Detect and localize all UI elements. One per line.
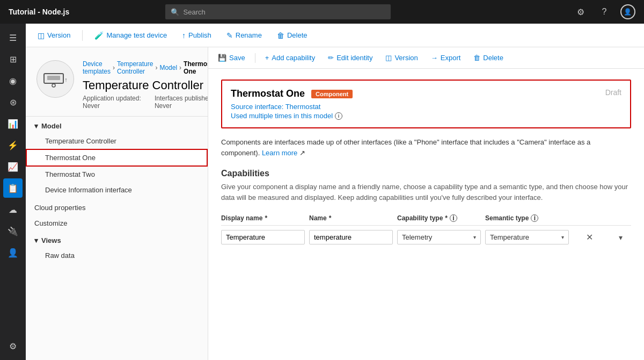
version-button[interactable]: ◫ Version [34,29,74,42]
capabilities-title: Capabilities [221,169,631,178]
export-button[interactable]: → Export [428,52,464,64]
sidebar-item-devices[interactable]: ◉ [3,71,23,90]
publish-icon: ↑ [182,31,186,40]
sidebar-item-analytics[interactable]: 📊 [3,114,23,133]
delete-row-button[interactable]: ✕ [573,232,605,242]
manage-icon: 🧪 [94,31,104,40]
svg-rect-1 [47,76,60,80]
nav-item-thermostat-two[interactable]: Thermostat Two [26,167,208,182]
top-bar-icons: ⚙ ? 👤 [573,4,635,19]
device-icon: ↑ [36,60,74,98]
component-box: Thermostat One Component Draft Source in… [221,80,631,128]
app-title: Tutorial - Node.js [9,8,69,16]
content-area: 💾 Save + Add capability ✏ Edit identity … [208,47,644,360]
delete-toolbar-button[interactable]: 🗑 Delete [274,29,311,42]
save-button[interactable]: 💾 Save [215,52,248,64]
chevron-down-icon-views: ▾ [34,236,38,244]
icon-sidebar: ☰ ⊞ ◉ ⊛ 📊 ⚡ 📈 📋 ☁ 🔌 👤 ⚙ [0,24,26,360]
col-display-name: Display name * [221,214,305,222]
sidebar-item-groups[interactable]: ⊛ [3,92,23,112]
manage-test-device-button[interactable]: 🧪 Manage test device [91,29,170,42]
capability-row: Telemetry ▾ Temperature ▾ ✕ ▾ [221,230,631,244]
name-input[interactable] [309,230,393,244]
sidebar-item-hamburger[interactable]: ☰ [3,28,23,47]
sidebar-item-bottom[interactable]: ⚙ [3,336,23,356]
model-section-header[interactable]: ▾ Model [26,119,208,133]
sidebar-item-home[interactable]: ⊞ [3,49,23,69]
breadcrumb-temperature-controller[interactable]: Temperature Controller [117,60,153,75]
capability-type-select[interactable]: Telemetry ▾ [397,230,481,244]
nav-tree: ↑ Device templates › Temperature Control… [26,47,208,360]
header-text: Device templates › Temperature Controlle… [83,60,208,110]
search-icon: 🔍 [171,8,179,16]
component-header: Thermostat One Component [231,88,621,99]
edit-identity-button[interactable]: ✏ Edit identity [325,52,376,64]
nav-item-customize[interactable]: Customize [26,215,208,231]
help-icon[interactable]: ? [597,4,612,19]
avatar[interactable]: 👤 [620,4,635,19]
publish-button[interactable]: ↑ Publish [179,29,215,42]
chevron-down-capability: ▾ [473,234,476,240]
sidebar-item-data[interactable]: 📈 [3,157,23,176]
semantic-type-select[interactable]: Temperature ▾ [485,230,569,244]
capability-type-info-icon[interactable]: i [450,214,457,222]
sub-sep-1 [255,53,255,63]
version-sub-icon: ◫ [385,54,392,62]
breadcrumb: Device templates › Temperature Controlle… [83,60,208,75]
sub-toolbar: 💾 Save + Add capability ✏ Edit identity … [208,47,644,69]
add-icon: + [265,54,269,62]
nav-item-device-information[interactable]: Device Information interface [26,182,208,198]
component-used: Used multiple times in this model i [231,112,621,120]
add-capability-button[interactable]: + Add capability [262,52,319,64]
component-title: Thermostat One [231,88,305,99]
learn-more-link[interactable]: Learn more [262,149,297,157]
main-area: ☰ ⊞ ◉ ⊛ 📊 ⚡ 📈 📋 ☁ 🔌 👤 ⚙ ◫ Version 🧪 Mana… [0,24,644,360]
component-badge: Component [311,90,353,98]
version-sub-button[interactable]: ◫ Version [382,52,421,64]
delete-sub-button[interactable]: 🗑 Delete [470,52,507,64]
page-title: Temperature Controller [83,78,208,92]
search-bar[interactable]: 🔍 [165,4,391,19]
info-icon[interactable]: i [335,112,342,120]
breadcrumb-device-templates[interactable]: Device templates [83,60,111,75]
toolbar-sep-1 [82,30,83,41]
body-area: ↑ Device templates › Temperature Control… [26,47,644,360]
sidebar-item-cloud[interactable]: ☁ [3,200,23,219]
breadcrumb-current: Thermostat One [184,60,208,75]
nav-item-temperature-controller[interactable]: Temperature Controller [26,133,208,149]
component-source: Source interface: Thermostat [231,103,621,111]
external-link-icon: ↗ [299,149,305,157]
sidebar-item-plugins[interactable]: 🔌 [3,221,23,241]
col-name: Name * [309,214,393,222]
settings-icon[interactable]: ⚙ [573,4,588,19]
right-panel: ◫ Version 🧪 Manage test device ↑ Publish… [26,24,644,360]
chevron-down-icon: ▾ [34,122,38,130]
semantic-type-info-icon[interactable]: i [531,214,538,222]
export-icon: → [431,54,438,62]
top-bar: Tutorial - Node.js 🔍 ⚙ ? 👤 [0,0,644,24]
nav-item-raw-data[interactable]: Raw data [26,248,208,263]
nav-section-model: ▾ Model Temperature Controller Thermosta… [26,117,208,200]
capabilities-desc: Give your component a display name and a… [221,182,631,203]
views-section-header[interactable]: ▾ Views [26,233,208,248]
sidebar-item-templates[interactable]: 📋 [3,178,23,198]
expand-row-button[interactable]: ▾ [610,233,631,242]
delete-icon: 🗑 [277,31,284,40]
sidebar-item-users[interactable]: 👤 [3,243,23,262]
breadcrumb-model[interactable]: Model [159,64,177,71]
nav-item-thermostat-one[interactable]: Thermostat One [26,149,208,167]
nav-item-cloud-properties[interactable]: Cloud properties [26,200,208,215]
capabilities-table-header: Display name * Name * Capability type * … [221,211,631,226]
sidebar-item-rules[interactable]: ⚡ [3,135,23,155]
rename-button[interactable]: ✎ Rename [223,29,265,42]
edit-icon: ✏ [328,54,334,62]
header-meta: Application updated: Never Interfaces pu… [83,95,208,110]
search-input[interactable] [184,8,385,16]
save-icon: 💾 [218,54,226,62]
source-value: Thermostat [286,103,321,111]
display-name-input[interactable] [221,230,305,244]
col-semantic-type: Semantic type i [485,214,569,222]
version-icon: ◫ [38,31,45,40]
description-text: Components are interfaces made up of oth… [221,137,631,158]
chevron-down-semantic: ▾ [561,234,564,240]
